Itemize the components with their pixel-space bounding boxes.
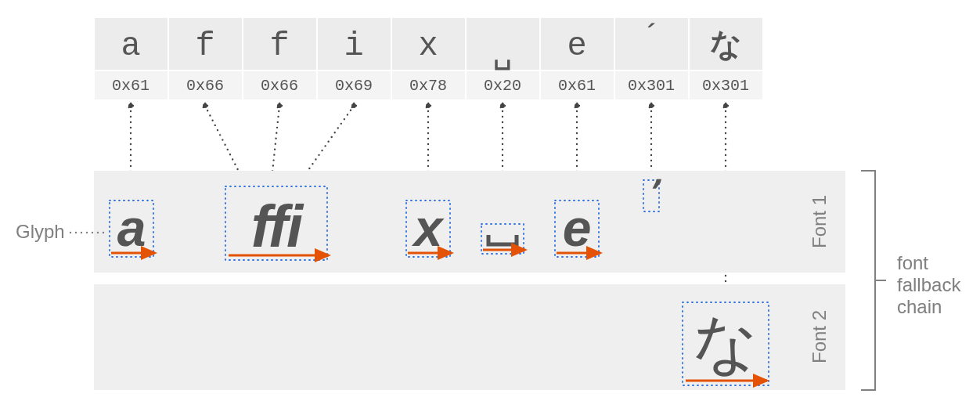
cp-hex-6: 0x61 [558, 77, 596, 95]
cp-char-6: e [567, 27, 586, 65]
cp-hex-3: 0x69 [335, 77, 373, 95]
cp-hex-2: 0x66 [261, 77, 298, 95]
cp-char-7: ´ [641, 20, 661, 57]
svg-text:ffi: ffi [251, 193, 304, 259]
glyph-na: な [683, 302, 769, 385]
diagram: a f f i x ␣ e ´ な 0x61 0x66 0x66 0x69 0x… [0, 0, 980, 401]
cp-hex-7: 0x301 [628, 77, 675, 95]
cp-hex-8: 0x301 [702, 77, 749, 95]
cp-hex-5: 0x20 [484, 77, 521, 95]
cp-char-8: な [710, 27, 742, 61]
svg-text:x: x [412, 199, 445, 257]
svg-text:a: a [117, 199, 146, 257]
fallback-label-3: chain [897, 296, 942, 317]
fallback-label-2: fallback [897, 274, 961, 295]
bracket-icon [861, 171, 886, 390]
cp-hex-4: 0x78 [409, 77, 447, 95]
cp-char-1: f [195, 27, 214, 65]
glyph-label: Glyph [16, 221, 65, 242]
cp-char-2: f [269, 27, 289, 65]
codepoint-table: a f f i x ␣ e ´ な 0x61 0x66 0x66 0x69 0x… [94, 17, 763, 100]
cp-char-0: a [121, 27, 140, 65]
cp-hex-0: 0x61 [112, 77, 150, 95]
font1-label: Font 1 [809, 195, 830, 248]
svg-text:e: e [563, 199, 592, 257]
svg-text:な: な [693, 307, 758, 378]
cp-char-5: ␣ [492, 35, 512, 73]
cp-char-4: x [418, 27, 438, 65]
cp-char-3: i [344, 27, 363, 65]
font1-band [94, 171, 845, 273]
cp-hex-1: 0x66 [186, 77, 224, 95]
fallback-label-1: font [897, 252, 928, 273]
font2-label: Font 2 [809, 310, 830, 363]
